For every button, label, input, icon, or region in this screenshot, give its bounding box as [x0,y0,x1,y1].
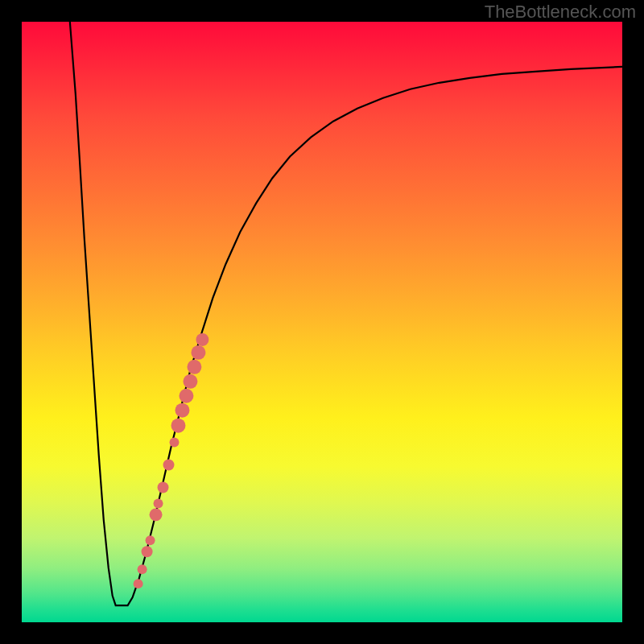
chart-stage: TheBottleneck.com [0,0,644,644]
data-marker [154,498,163,508]
data-marker [175,403,189,418]
data-marker [196,333,208,346]
data-marker [158,481,169,493]
data-marker [171,419,186,433]
data-marker [146,535,155,545]
marker-group [134,333,209,588]
watermark-text: TheBottleneck.com [485,2,636,23]
data-marker [163,460,175,471]
data-marker [179,389,193,403]
data-marker [191,345,205,360]
data-marker [183,374,197,389]
chart-svg [22,22,622,622]
data-marker [134,579,143,588]
data-marker [150,508,163,521]
data-marker [138,564,147,574]
data-marker [142,546,153,557]
plot-area [21,21,623,623]
data-marker [187,360,201,374]
data-marker [170,438,180,448]
